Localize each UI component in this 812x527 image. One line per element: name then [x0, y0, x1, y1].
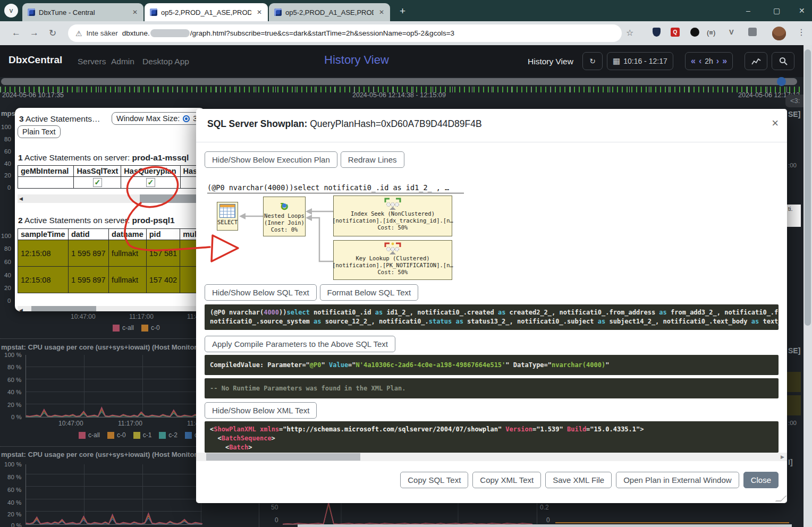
column-header[interactable]: sampleTime — [18, 229, 69, 240]
reload-button[interactable]: ↻ — [49, 28, 56, 39]
scroll-left-icon[interactable]: ◀ — [19, 196, 23, 201]
security-warning-label[interactable]: Inte säker — [87, 29, 118, 37]
column-header[interactable]: datid — [68, 229, 108, 240]
has-queryplan-checkbox[interactable]: ✓ — [146, 178, 155, 187]
xlabel: 10:47:00 — [71, 313, 96, 320]
nav-link-servers[interactable]: Servers — [78, 57, 106, 66]
fast-backward-icon[interactable]: « — [691, 56, 696, 66]
scrollbar-thumb[interactable] — [140, 194, 198, 203]
modal-close-icon[interactable]: × — [772, 116, 779, 130]
browser-menu-icon[interactable]: ⋮ — [797, 27, 806, 37]
plan-node-label: Cost: 50% — [378, 269, 408, 276]
plain-text-button[interactable]: Plain Text — [18, 125, 61, 138]
has-sqltext-checkbox[interactable]: ✓ — [93, 178, 102, 187]
nav-link-desktop-app[interactable]: Desktop App — [142, 57, 189, 66]
window-max-size-control[interactable]: Window Max Size: 3 — [112, 112, 205, 125]
scrollbar-thumb[interactable] — [206, 453, 360, 461]
scrollbar-thumb[interactable] — [805, 49, 811, 326]
step-backward-icon[interactable]: ‹ — [699, 56, 701, 66]
tab-close-icon[interactable]: ✕ — [377, 8, 386, 16]
copy-sql-text-button[interactable]: Copy SQL Text — [400, 472, 468, 488]
url-bar[interactable]: ⚠ Inte säker dbxtune./graph.html?subscri… — [68, 24, 622, 42]
column-header[interactable]: datname — [109, 229, 147, 240]
radio-selected-icon[interactable] — [183, 115, 190, 122]
new-tab-button[interactable]: + — [400, 5, 405, 17]
back-button[interactable]: ← — [12, 28, 21, 38]
browser-tab[interactable]: op5-2,PROD_A1_ASE,PROD_REF ✕ — [269, 3, 390, 21]
profile-avatar[interactable] — [772, 27, 786, 40]
time-shift-group[interactable]: « ‹ 2h › » — [685, 52, 733, 70]
apply-compile-parameters-button[interactable]: Apply Compile Parameters to the Above SQ… — [205, 336, 395, 352]
cpu-chart-plot[interactable] — [26, 355, 202, 418]
table-row[interactable]: 12:15:08 1 595 897 fullmakt 157 402 — [18, 267, 205, 293]
modal-resize-handle[interactable] — [775, 496, 787, 502]
plan-node-key-lookup[interactable]: Key Lookup (Clustered) [notification].[P… — [333, 240, 452, 280]
ylabel-fragment: 60 — [4, 259, 11, 265]
nav-link-admin[interactable]: Admin — [111, 57, 134, 66]
save-xml-file-button[interactable]: Save XML File — [545, 472, 612, 488]
search-button[interactable] — [772, 52, 794, 70]
brand-dbxcentral[interactable]: DbxCentral — [9, 54, 62, 66]
tab-close-icon[interactable]: ✕ — [255, 8, 264, 16]
column-header[interactable]: pid — [146, 229, 180, 240]
modal-hscrollbar[interactable]: ▶ — [196, 453, 787, 461]
plan-node-index-seek[interactable]: Index Seek (NonClustered) [notification]… — [333, 196, 452, 236]
legend-swatch — [159, 432, 166, 439]
ylabel: 100 % — [4, 461, 22, 468]
chart-legend: c-all c-0 c-1 c-2 c-3 — [79, 431, 204, 439]
timeline-scrubber[interactable] — [1, 78, 797, 85]
ylabel-fragment: 20 — [4, 172, 11, 178]
column-header[interactable]: geMbInternal — [18, 166, 74, 177]
v-extension-icon[interactable]: V — [729, 28, 734, 36]
right-fragment-block — [787, 395, 801, 415]
mid-chart-plot[interactable] — [283, 502, 532, 525]
panel-divider — [0, 338, 204, 339]
ylabel: 0 — [275, 516, 278, 524]
tab-close-icon[interactable]: ✕ — [131, 8, 139, 16]
step-forward-icon[interactable]: › — [716, 56, 719, 66]
security-warning-icon[interactable]: ⚠ — [75, 29, 82, 38]
scrollbar-thumb[interactable] — [31, 306, 96, 311]
tab-search-icon[interactable]: v — [4, 4, 18, 18]
ylabel-fragment: 40 — [4, 160, 11, 167]
table-row[interactable]: 12:15:08 1 595 897 fullmakt 157 581 — [18, 240, 205, 267]
hide-show-xml-text-button[interactable]: Hide/Show Below XML Text — [205, 402, 317, 419]
window-close-button[interactable]: ✕ — [799, 6, 805, 15]
legend-swatch — [107, 432, 114, 439]
cpu-chart-plot[interactable] — [26, 464, 202, 525]
table-hscrollbar[interactable]: ◀ — [18, 194, 202, 203]
column-header[interactable]: HasSqlText — [74, 166, 121, 177]
window-maximize-button[interactable]: ▢ — [773, 6, 780, 15]
page-scrollbar[interactable] — [803, 45, 812, 527]
refresh-button[interactable]: ↻ — [582, 52, 603, 70]
plan-node-nested-loops[interactable]: ↻ Nested Loops (Inner Join) Cost: 0% — [263, 197, 306, 236]
window-minimize-button[interactable]: – — [746, 6, 750, 15]
github-extension-icon[interactable] — [690, 28, 699, 38]
bookmark-star-icon[interactable]: ☆ — [626, 28, 633, 38]
scroll-right-icon[interactable]: ▶ — [781, 454, 784, 460]
timeline-handle[interactable] — [777, 77, 786, 86]
column-header[interactable]: HasQueryplan — [121, 166, 180, 177]
cpu-chart-title: mpstat: CPU usage per core (usr+sys+iowa… — [1, 343, 203, 351]
chart-button[interactable] — [745, 52, 767, 70]
browser-tab[interactable]: DbxTune - Central ✕ — [22, 3, 143, 21]
format-sql-text-button[interactable]: Format Below SQL Text — [320, 284, 419, 301]
date-range-button[interactable]: ▦ 10:16 - 12:17 — [607, 52, 673, 70]
red-extension-icon[interactable]: Q — [671, 28, 680, 37]
puzzle-extensions-icon[interactable] — [748, 28, 757, 38]
fast-forward-icon[interactable]: » — [722, 56, 727, 66]
table-hscrollbar[interactable]: ◀ — [18, 306, 202, 311]
url-text[interactable]: dbxtune./graph.html?subscribe=true&cs=da… — [122, 29, 454, 37]
forward-button[interactable]: → — [30, 28, 39, 38]
list-extension-icon[interactable]: (≡) — [707, 29, 715, 37]
table-row[interactable]: ✓ ✓ — [18, 177, 205, 189]
copy-xml-text-button[interactable]: Copy XML Text — [472, 472, 541, 488]
open-plan-external-button[interactable]: Open Plan in External Window — [616, 472, 739, 488]
scroll-left-icon[interactable]: ◀ — [19, 308, 23, 311]
hide-show-sql-text-button[interactable]: Hide/Show Below SQL Text — [205, 284, 317, 301]
plan-node-select[interactable]: SELECT — [217, 202, 238, 231]
ylabel: 0 % — [11, 414, 22, 420]
shield-extension-icon[interactable] — [653, 28, 661, 38]
close-button[interactable]: Close — [743, 472, 779, 488]
browser-tab-active[interactable]: op5-2,PROD_A1_ASE,PROD_REF ✕ — [145, 3, 268, 21]
